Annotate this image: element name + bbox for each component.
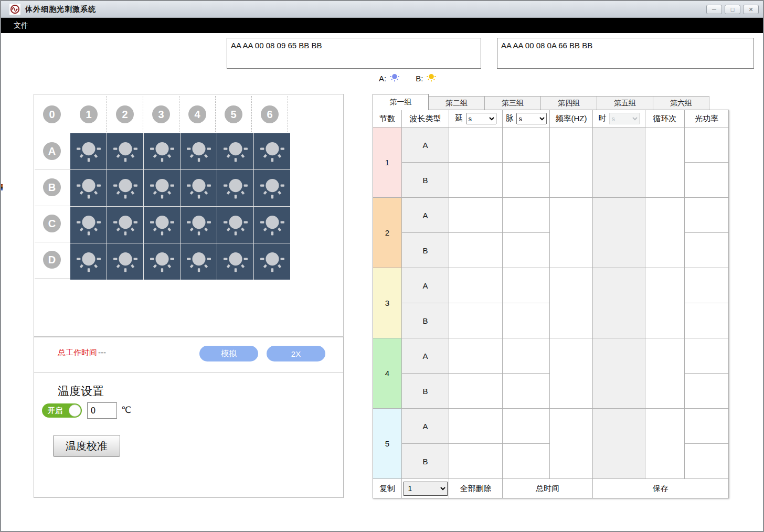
- pulse-unit-select[interactable]: s: [516, 113, 547, 124]
- power-b-cell[interactable]: [685, 233, 729, 268]
- power-b-cell[interactable]: [685, 163, 729, 198]
- light-bulb-icon: [426, 72, 437, 83]
- minimize-button[interactable]: ─: [706, 5, 722, 14]
- well-cell-d6[interactable]: [254, 243, 290, 280]
- cycles-cell[interactable]: [645, 127, 685, 198]
- column-header-badge-6: 6: [261, 105, 279, 123]
- pulse-a-cell[interactable]: [503, 198, 550, 233]
- pulse-a-cell[interactable]: [503, 338, 550, 374]
- frequency-cell[interactable]: [550, 198, 593, 268]
- well-cell-a2[interactable]: [107, 133, 143, 169]
- simulate-button[interactable]: 模拟: [199, 346, 258, 361]
- group-tab-1[interactable]: 第一组: [373, 94, 429, 110]
- cycles-cell[interactable]: [645, 338, 685, 409]
- well-cell-c3[interactable]: [144, 207, 180, 243]
- delay-a-cell[interactable]: [449, 409, 503, 444]
- total-time-button[interactable]: 总时间: [503, 479, 593, 498]
- close-button[interactable]: ✕: [743, 5, 759, 14]
- group-tab-6[interactable]: 第六组: [653, 96, 709, 110]
- frequency-cell[interactable]: [550, 268, 593, 338]
- total-work-time-value: ---: [98, 348, 106, 357]
- well-cell-b3[interactable]: [144, 170, 180, 206]
- group-tab-2[interactable]: 第二组: [429, 96, 485, 110]
- well-cell-a3[interactable]: [144, 133, 180, 169]
- delay-b-cell[interactable]: [449, 444, 503, 479]
- well-cell-d3[interactable]: [144, 243, 180, 280]
- pulse-a-cell[interactable]: [503, 409, 550, 444]
- send-frame-box[interactable]: AA AA 00 08 09 65 BB BB: [227, 38, 481, 69]
- frequency-cell[interactable]: [550, 127, 593, 198]
- well-cell-a1[interactable]: [70, 133, 107, 169]
- light-bulb-icon: [259, 175, 286, 202]
- power-a-cell[interactable]: [685, 338, 729, 374]
- power-a-cell[interactable]: [685, 127, 729, 163]
- well-cell-d4[interactable]: [181, 243, 217, 280]
- pulse-b-cell[interactable]: [503, 444, 550, 479]
- frequency-cell[interactable]: [550, 409, 593, 479]
- well-cell-b1[interactable]: [70, 170, 107, 206]
- cycles-cell[interactable]: [645, 409, 685, 479]
- delay-b-cell[interactable]: [449, 163, 503, 198]
- delay-a-cell[interactable]: [449, 338, 503, 374]
- title-bar: 体外细胞光刺激系统 ─ □ ✕: [1, 1, 763, 18]
- power-b-cell[interactable]: [685, 303, 729, 338]
- well-cell-b4[interactable]: [181, 170, 217, 206]
- speed-2x-button[interactable]: 2X: [267, 346, 325, 361]
- pulse-a-cell[interactable]: [503, 127, 550, 163]
- well-cell-a6[interactable]: [254, 133, 290, 169]
- app-window: 体外细胞光刺激系统 ─ □ ✕ 文件 AA AA 00 08 09 65 BB …: [0, 0, 764, 532]
- well-cell-c4[interactable]: [181, 207, 217, 243]
- temperature-input[interactable]: [87, 402, 117, 419]
- light-bulb-icon: [222, 175, 249, 202]
- well-cell-c6[interactable]: [254, 207, 290, 243]
- power-a-cell[interactable]: [685, 268, 729, 303]
- well-cell-d5[interactable]: [217, 243, 253, 280]
- well-cell-b2[interactable]: [107, 170, 143, 206]
- power-b-cell[interactable]: [685, 374, 729, 409]
- well-cell-b6[interactable]: [254, 170, 290, 206]
- menu-item-file[interactable]: 文件: [8, 21, 34, 30]
- pulse-a-cell[interactable]: [503, 268, 550, 303]
- well-cell-d2[interactable]: [107, 243, 143, 280]
- pulse-b-cell[interactable]: [503, 233, 550, 268]
- cycles-cell[interactable]: [645, 268, 685, 338]
- delete-all-button[interactable]: 全部删除: [449, 479, 503, 498]
- pulse-b-cell[interactable]: [503, 374, 550, 409]
- cycles-cell[interactable]: [645, 198, 685, 268]
- receive-frame-box[interactable]: AA AA 00 08 0A 66 BB BB: [497, 38, 754, 69]
- group-tab-3[interactable]: 第三组: [485, 96, 541, 110]
- well-cell-d1[interactable]: [70, 243, 107, 280]
- power-a-cell[interactable]: [685, 198, 729, 233]
- pulse-b-cell[interactable]: [503, 163, 550, 198]
- well-cell-a5[interactable]: [217, 133, 253, 169]
- maximize-button[interactable]: □: [725, 5, 740, 14]
- group-tab-4[interactable]: 第四组: [541, 96, 597, 110]
- group-tab-5[interactable]: 第五组: [597, 96, 653, 110]
- delay-unit-select[interactable]: s: [466, 113, 496, 124]
- well-cell-c5[interactable]: [217, 207, 253, 243]
- delay-a-cell[interactable]: [449, 127, 503, 163]
- wavelength-b-cell: B: [402, 163, 449, 198]
- well-cell-c1[interactable]: [70, 207, 107, 243]
- delay-b-cell[interactable]: [449, 303, 503, 338]
- frequency-cell[interactable]: [550, 338, 593, 409]
- column-header-badge-3: 3: [152, 105, 170, 123]
- delay-a-cell[interactable]: [449, 198, 503, 233]
- power-b-cell[interactable]: [685, 444, 729, 479]
- save-button[interactable]: 保存: [593, 479, 729, 498]
- delay-b-cell[interactable]: [449, 233, 503, 268]
- well-cell-c2[interactable]: [107, 207, 143, 243]
- well-cell-a4[interactable]: [181, 133, 217, 169]
- delay-b-cell[interactable]: [449, 374, 503, 409]
- power-a-cell[interactable]: [685, 409, 729, 444]
- well-cell-b5[interactable]: [217, 170, 253, 206]
- light-bulb-icon: [222, 138, 249, 165]
- copy-count-select[interactable]: 1: [404, 482, 448, 496]
- pulse-b-cell[interactable]: [503, 303, 550, 338]
- time-cell: [593, 127, 645, 198]
- delay-a-cell[interactable]: [449, 268, 503, 303]
- temperature-calibrate-button[interactable]: 温度校准: [53, 435, 120, 457]
- light-bulb-icon: [185, 211, 213, 239]
- channel-b-light-icon: [426, 72, 437, 84]
- temperature-toggle[interactable]: 开启: [42, 403, 82, 418]
